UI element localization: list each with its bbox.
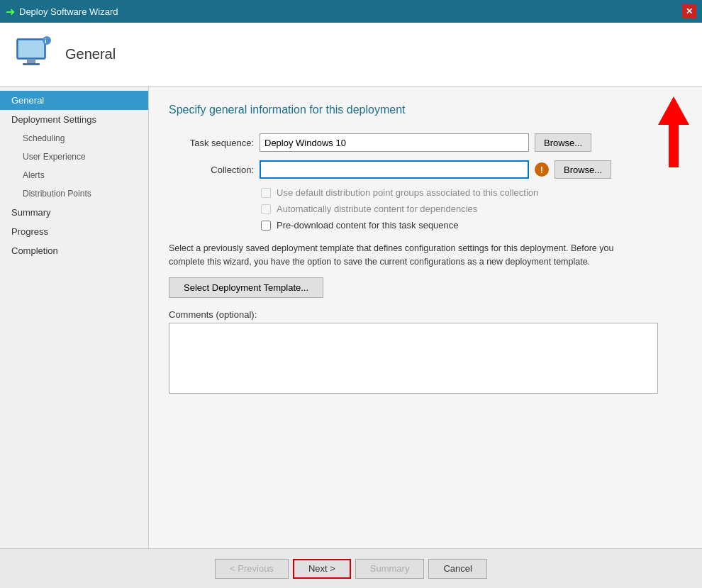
svg-text:i: i [45,38,47,45]
wizard-footer: < Previous Next > Summary Cancel [0,548,702,588]
checkbox-default-distribution[interactable] [261,188,271,198]
cancel-button[interactable]: Cancel [428,559,486,579]
collection-row: Collection: ! Browse... [169,160,682,179]
window-title: Deploy Software Wizard [19,6,118,17]
warning-icon: ! [535,162,549,177]
sidebar-item-scheduling[interactable]: Scheduling [0,129,148,148]
svg-rect-1 [18,40,44,57]
comments-container [169,323,658,396]
sidebar-item-completion[interactable]: Completion [0,241,148,260]
collection-input[interactable] [260,160,529,179]
arrow-icon: ➜ [6,5,15,18]
wizard-content: Specify general information for this dep… [149,87,702,548]
header-section-title: General [65,46,116,62]
sidebar-item-distribution-points[interactable]: Distribution Points [0,184,148,203]
previous-button[interactable]: < Previous [215,559,289,579]
svg-point-4 [43,36,51,45]
checkbox-default-distribution-row: Use default distribution point groups as… [261,187,682,198]
comments-label: Comments (optional): [169,309,682,320]
checkbox-default-distribution-label: Use default distribution point groups as… [277,187,538,198]
content-title: Specify general information for this dep… [169,104,682,116]
comments-textarea[interactable] [169,323,658,394]
task-sequence-row: Task sequence: Browse... [169,133,682,152]
checkbox-predownload-row: Pre-download content for this task seque… [261,220,682,231]
checkbox-auto-distribute-row: Automatically distribute content for dep… [261,204,682,214]
checkbox-auto-distribute[interactable] [261,204,271,214]
title-bar: ➜ Deploy Software Wizard ✕ [0,0,702,23]
wizard-header: i General [0,23,702,87]
content-area: Task sequence: Browse... Collection: ! B… [169,133,682,396]
collection-browse-button[interactable]: Browse... [555,160,611,179]
summary-button[interactable]: Summary [355,559,425,579]
task-sequence-browse-button[interactable]: Browse... [535,133,591,152]
computer-icon: i [14,35,54,74]
checkbox-auto-distribute-label: Automatically distribute content for dep… [277,204,477,214]
sidebar-item-summary[interactable]: Summary [0,203,148,222]
checkbox-predownload-label: Pre-download content for this task seque… [277,220,459,231]
collection-label: Collection: [169,165,254,175]
next-button[interactable]: Next > [293,559,351,579]
wizard-body: General Deployment Settings Scheduling U… [0,87,702,548]
sidebar-item-progress[interactable]: Progress [0,222,148,241]
select-template-button[interactable]: Select Deployment Template... [169,277,323,298]
sidebar-item-user-experience[interactable]: User Experience [0,148,148,166]
sidebar-item-deployment-settings[interactable]: Deployment Settings [0,110,148,129]
checkbox-predownload[interactable] [261,221,271,231]
sidebar: General Deployment Settings Scheduling U… [0,87,149,548]
template-description: Select a previously saved deployment tem… [169,242,651,269]
sidebar-item-alerts[interactable]: Alerts [0,166,148,184]
svg-rect-2 [27,59,35,63]
sidebar-item-general[interactable]: General [0,91,148,110]
close-button[interactable]: ✕ [682,4,696,18]
wizard-container: i General General Deployment Settings Sc… [0,23,702,588]
svg-rect-3 [23,63,40,65]
task-sequence-label: Task sequence: [169,138,254,148]
task-sequence-input[interactable] [260,133,529,152]
